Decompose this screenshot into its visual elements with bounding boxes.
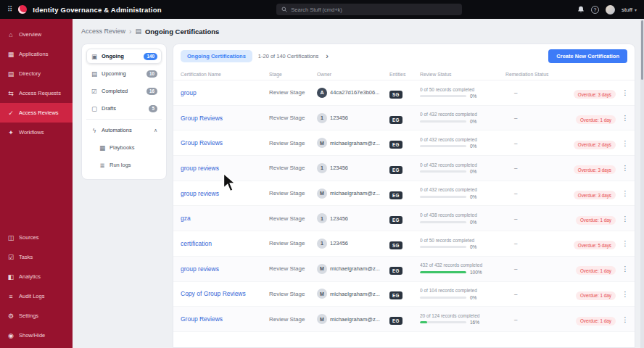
filter-automations[interactable]: ϟ Automations ∧ [86, 123, 162, 138]
filter-drafts[interactable]: ▢Drafts5 [86, 101, 162, 116]
certification-name-link[interactable]: group [181, 89, 269, 96]
table-row[interactable]: Group ReviewsReview Stage1123456EG0 of 4… [173, 106, 635, 131]
certifications-table-card: Ongoing Certifications 1-20 of 140 Certi… [173, 44, 635, 348]
table-row[interactable]: group reviewsReview StageMmichaelgraham@… [173, 181, 635, 207]
table-row[interactable]: gzaReview Stage1123456EG0 of 438 records… [173, 206, 635, 231]
table-toolbar: Ongoing Certifications 1-20 of 140 Certi… [173, 44, 635, 68]
progress-bar [420, 120, 466, 123]
progress-bar [420, 321, 466, 323]
runlogs-icon: ≣ [99, 162, 106, 169]
progress-percent: 0% [470, 194, 476, 199]
sidebar-item-settings[interactable]: ⚙Settings [0, 306, 73, 326]
table-row[interactable]: Copy of Group ReviewsReview StageMmichae… [173, 282, 635, 307]
table-row[interactable]: Group ReviewsReview StageMmichaelgraham@… [173, 307, 635, 332]
filter-count-badge: 10 [146, 70, 157, 78]
user-avatar[interactable] [606, 5, 615, 14]
scrollbar-thumb[interactable] [641, 20, 643, 80]
row-menu-button[interactable]: ⋮ [619, 88, 632, 96]
progress-row: 0% [420, 194, 505, 199]
entity-badge: EG [389, 116, 402, 124]
table-row[interactable]: group reviewsReview StageMmichaelgraham@… [173, 257, 635, 282]
owner-cell: 1123456 [317, 163, 389, 173]
filter-ongoing[interactable]: ▣Ongoing140 [86, 49, 162, 64]
certification-name-link[interactable]: Group Reviews [181, 139, 269, 146]
row-menu-button[interactable]: ⋮ [619, 164, 632, 172]
overdue-cell: Overdue: 3 days [556, 162, 619, 175]
review-status-cell: 0 of 432 records completed0% [420, 112, 505, 124]
user-name-label: stuff [622, 7, 632, 13]
automations-icon: ϟ [91, 127, 98, 134]
certification-name-link[interactable]: Group Reviews [181, 115, 269, 122]
table-row[interactable]: groupReview StageA44ca27d167e3b06...SG0 … [173, 80, 635, 106]
owner-cell: 1123456 [317, 239, 389, 249]
row-menu-button[interactable]: ⋮ [619, 290, 632, 298]
help-icon[interactable]: ? [591, 6, 599, 14]
row-menu-button[interactable]: ⋮ [619, 265, 632, 273]
table-row[interactable]: group reviewsReview Stage1123456EG0 of 4… [173, 156, 635, 181]
page-scrollbar[interactable] [640, 19, 644, 348]
certification-name-link[interactable]: group reviews [181, 190, 269, 197]
user-menu[interactable]: stuff ▾ [622, 7, 637, 13]
filter-completed[interactable]: ☑Completed16 [86, 83, 162, 99]
row-menu-button[interactable]: ⋮ [619, 215, 632, 223]
tab-ongoing-certifications[interactable]: Ongoing Certifications [181, 50, 252, 62]
filter-upcoming[interactable]: ▤Upcoming10 [86, 66, 162, 81]
sidebar-item-tasks[interactable]: ☑Tasks [0, 247, 73, 267]
owner-cell: A44ca27d167e3b06... [317, 88, 389, 98]
certification-name-link[interactable]: Copy of Group Reviews [181, 290, 269, 297]
row-menu-button[interactable]: ⋮ [619, 315, 632, 323]
sidebar-item-show-hide[interactable]: ◉Show/Hide [0, 326, 73, 345]
sidebar-item-label: Tasks [19, 254, 33, 260]
filter-label: Upcoming [102, 70, 126, 77]
filter-run-logs[interactable]: ≣Run logs [86, 157, 162, 173]
search-input[interactable] [291, 7, 457, 13]
chevron-up-icon: ∧ [154, 128, 157, 133]
sidebar-item-access-requests[interactable]: ⇆Access Requests [0, 83, 73, 103]
sidebar-item-directory[interactable]: ▤Directory [0, 64, 73, 83]
certification-name-link[interactable]: Group Reviews [181, 315, 269, 323]
certification-name-link[interactable]: group reviews [181, 265, 269, 273]
create-certification-button[interactable]: Create New Certification [548, 49, 627, 63]
sidebar-item-access-reviews[interactable]: ✓Access Reviews [0, 103, 73, 123]
row-menu-button[interactable]: ⋮ [619, 114, 632, 122]
sidebar-item-audit-logs[interactable]: ≡Audit Logs [0, 286, 73, 306]
sidebar-item-applications[interactable]: ▦Applications [0, 44, 73, 64]
row-menu-button[interactable]: ⋮ [619, 189, 632, 197]
row-menu-button[interactable]: ⋮ [619, 239, 632, 247]
overdue-cell: Overdue: 2 days [556, 136, 619, 149]
certification-name-link[interactable]: certification [181, 240, 269, 247]
owner-avatar: M [317, 264, 327, 274]
audit-logs-icon: ≡ [7, 293, 15, 300]
certification-name-link[interactable]: group reviews [181, 165, 269, 172]
row-menu-button[interactable]: ⋮ [619, 139, 632, 147]
sidebar-item-sources[interactable]: ◫Sources [0, 228, 73, 247]
owner-name: michaelgraham@z... [330, 265, 380, 272]
progress-row: 0% [420, 220, 505, 225]
app-grid-icon[interactable]: ⠿ [7, 6, 12, 13]
progress-percent: 0% [470, 244, 476, 249]
certification-name-link[interactable]: gza [181, 215, 269, 222]
remediation-cell: – [505, 215, 556, 222]
filter-playbooks[interactable]: ▦Playbooks [86, 140, 162, 155]
table-row[interactable]: Group ReviewsReview StageMmichaelgraham@… [173, 130, 635, 156]
overdue-badge: Overdue: 3 days [574, 191, 616, 199]
sidebar-item-overview[interactable]: ⌂Overview [0, 25, 73, 44]
breadcrumb-parent-link[interactable]: Access Review [81, 28, 125, 35]
progress-percent: 0% [470, 220, 476, 225]
owner-avatar: M [317, 138, 327, 148]
next-page-button[interactable]: › [324, 52, 330, 60]
owner-cell: Mmichaelgraham@z... [317, 264, 389, 274]
chevron-down-icon: ▾ [635, 7, 637, 12]
owner-avatar: M [317, 314, 327, 324]
progress-bar [420, 221, 466, 223]
stage-cell: Review Stage [269, 291, 317, 297]
table-row[interactable]: certificationReview Stage1123456SG0 of 5… [173, 231, 635, 257]
progress-row: 0% [420, 244, 505, 249]
column-header-owner: Owner [317, 72, 389, 77]
stage-cell: Review Stage [269, 240, 317, 246]
entities-cell: EG [389, 212, 420, 225]
global-search[interactable] [276, 4, 462, 15]
sidebar-item-workflows[interactable]: ✦Workflows [0, 123, 73, 142]
notifications-bell-icon[interactable] [577, 6, 585, 13]
sidebar-item-analytics[interactable]: ◧Analytics [0, 267, 73, 286]
